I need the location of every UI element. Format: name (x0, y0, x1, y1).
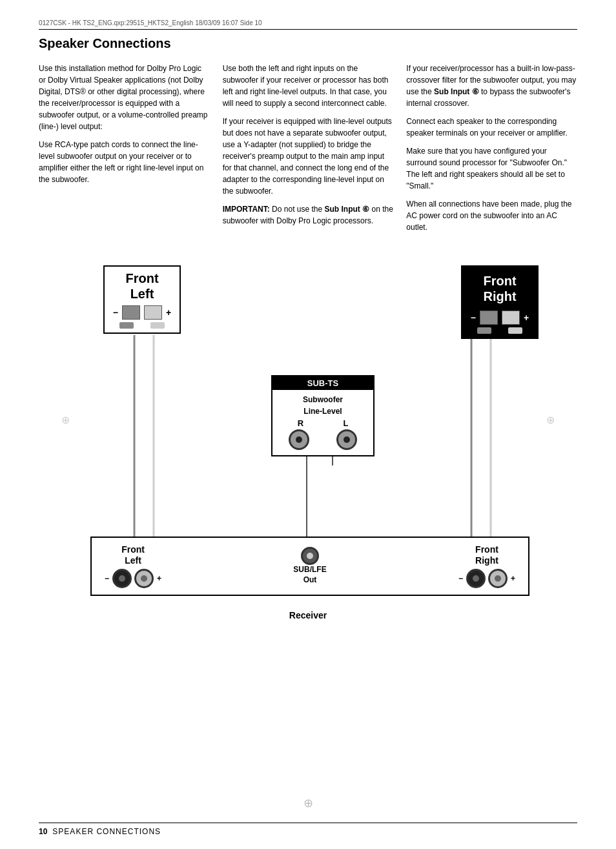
col3-para4: When all connections have been made, plu… (406, 198, 577, 233)
post-center-l (141, 575, 147, 582)
front-right-posts: − + (458, 569, 515, 588)
pos-label: + (157, 574, 161, 583)
text-columns: Use this installation method for Dolby P… (39, 63, 577, 240)
pos-symbol-r: + (524, 312, 529, 323)
receiver-front-right: Front Right − + (458, 544, 515, 588)
front-left-posts: − + (105, 569, 161, 588)
subwoofer-box: SUB-TS Subwoofer Line-Level R L (271, 375, 375, 456)
text-col-2: Use both the left and right inputs on th… (223, 63, 394, 240)
front-left-top-label: Front Left (111, 271, 173, 302)
col3-para2: Connect each speaker to the correspondin… (406, 116, 577, 139)
rca-l-jack (336, 429, 357, 450)
important-label: IMPORTANT: (223, 205, 270, 214)
front-left-top-box: Front Left − + (103, 265, 181, 334)
receiver-box: Front Left − + (90, 537, 529, 596)
pos-terminal (144, 305, 162, 320)
col1-para2: Use RCA-type patch cords to connect the … (39, 139, 210, 185)
front-right-top-terminals: − + (469, 311, 531, 325)
sub-lfe-rca (301, 547, 319, 565)
rca-r-jack (289, 429, 309, 450)
pos-post-r (488, 569, 508, 588)
col3-para3: Make sure that you have configured your … (406, 145, 577, 192)
rca-l-inner (344, 436, 350, 443)
col1-para1: Use this installation method for Dolby P… (39, 63, 210, 132)
front-right-top-box: Front Right − + (461, 265, 539, 339)
right-cross-mark: ⊕ (546, 414, 555, 426)
l-label: L (343, 418, 348, 428)
bottom-cross-mark: ⊕ (303, 796, 313, 810)
pos-post (134, 569, 154, 588)
col2-para3: IMPORTANT: Do not use the Sub Input ⑥ on… (223, 203, 394, 227)
receiver-label: Receiver (289, 610, 327, 620)
subwoofer-inner: Subwoofer Line-Level R L (272, 390, 373, 455)
pos-symbol: + (166, 307, 171, 318)
receiver-inner: Front Left − + (92, 538, 528, 595)
file-info-text: 0127CSK - HK TS2_ENG.qxp:29515_HKTS2_Eng… (39, 19, 262, 26)
page-number: 10 (39, 827, 47, 836)
neg-symbol: − (113, 307, 118, 318)
post-center-rl (495, 575, 501, 582)
neg-label: − (105, 574, 109, 583)
post-center-r (473, 575, 479, 582)
text-col-1: Use this installation method for Dolby P… (39, 63, 210, 240)
r-label: R (298, 418, 303, 428)
text-col-3: If your receiver/processor has a built-i… (406, 63, 577, 240)
neg-terminal (122, 305, 140, 320)
front-right-top-label: Front Right (469, 271, 531, 307)
sub-lfe-label: SUB/LFE Out (293, 565, 326, 585)
subwoofer-subtitle1: Subwoofer (278, 395, 368, 404)
rca-r-inner (296, 436, 302, 443)
receiver-front-left-label: Front Left (121, 544, 145, 566)
neg-label-r: − (458, 574, 463, 583)
receiver-sub-lfe: SUB/LFE Out (181, 547, 439, 585)
subwoofer-subtitle2: Line-Level (278, 407, 368, 416)
subwoofer-title: SUB-TS (272, 376, 373, 390)
col2-para2: If your receiver is equipped with line-l… (223, 116, 394, 197)
front-left-top-terminals: − + (111, 305, 173, 320)
neg-post-r (466, 569, 486, 588)
receiver-front-left: Front Left − + (105, 544, 161, 588)
pos-terminal-r (502, 311, 520, 325)
receiver-front-right-label: Front Right (475, 544, 498, 566)
neg-terminal-r (480, 311, 498, 325)
page-title: Speaker Connections (39, 36, 577, 51)
page-footer: 10 SPEAKER CONNECTIONS (39, 823, 577, 836)
rca-connectors (278, 429, 368, 450)
page: 0127CSK - HK TS2_ENG.qxp:29515_HKTS2_Eng… (0, 0, 616, 849)
rca-inner (307, 553, 313, 559)
diagram-area: Front Left − + Front Right − (39, 259, 577, 633)
post-center (119, 575, 125, 582)
pos-label-r: + (511, 574, 515, 583)
file-header: 0127CSK - HK TS2_ENG.qxp:29515_HKTS2_Eng… (39, 19, 577, 30)
neg-symbol-r: − (471, 312, 476, 323)
col2-para1: Use both the left and right inputs on th… (223, 63, 394, 109)
col3-para1: If your receiver/processor has a built-i… (406, 63, 577, 109)
footer-text: SPEAKER CONNECTIONS (52, 827, 161, 836)
left-cross-mark: ⊕ (61, 414, 70, 426)
neg-post (112, 569, 132, 588)
rl-labels: R L (278, 418, 368, 428)
